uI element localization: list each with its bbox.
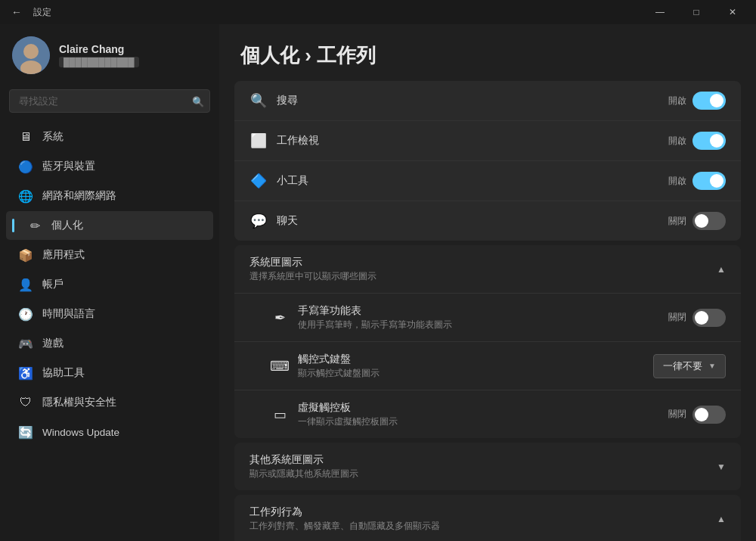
toggle-knob <box>695 311 708 325</box>
sidebar-item-personalization[interactable]: ✏個人化 <box>6 211 213 240</box>
taskbar-behavior-chevron: ▲ <box>717 514 726 524</box>
widgets-toggle[interactable] <box>692 172 726 190</box>
search-toggle[interactable] <box>692 92 726 110</box>
sidebar-item-windows-update[interactable]: 🔄Windows Update <box>6 418 213 446</box>
chat-toggle[interactable] <box>692 212 726 230</box>
taskview-icon: ⬜ <box>249 132 268 150</box>
content-area: 個人化 › 工作列 🔍搜尋開啟⬜工作檢視開啟🔷小工具開啟💬聊天關閉 系統匣圖示 … <box>219 24 756 541</box>
sidebar-item-accounts[interactable]: 👤帳戶 <box>6 270 213 299</box>
content-header: 個人化 › 工作列 <box>219 24 756 81</box>
toggle-knob <box>695 214 708 228</box>
search-input[interactable] <box>9 89 210 113</box>
search-label: 搜尋 <box>277 94 659 107</box>
system-tray-subtitle: 選擇系統匣中可以顯示哪些圖示 <box>249 271 376 282</box>
user-name: Claire Chang <box>59 43 139 55</box>
touch-keyboard-label: 觸控式鍵盤 <box>298 353 644 366</box>
search-status: 開啟 <box>668 95 686 107</box>
toggle-knob <box>710 174 723 188</box>
sidebar-item-label-bluetooth: 藍牙與裝置 <box>42 160 95 173</box>
system-icon: 🖥 <box>18 129 33 145</box>
apps-icon: 📦 <box>18 247 33 263</box>
taskview-label: 工作檢視 <box>277 134 659 148</box>
network-icon: 🌐 <box>18 188 33 204</box>
sidebar-item-label-privacy: 隱私權與安全性 <box>42 396 116 409</box>
svg-point-1 <box>23 44 39 59</box>
system-tray-item-touch-keyboard: ⌨觸控式鍵盤顯示觸控式鍵盤圖示一律不要▼ <box>234 342 741 390</box>
other-tray-chevron: ▼ <box>717 462 726 472</box>
nav-list: 🖥系統🔵藍牙與裝置🌐網路和網際網路✏個人化📦應用程式👤帳戶🕐時間與語言🎮遊戲♿協… <box>0 122 219 447</box>
sidebar-item-label-network: 網路和網際網路 <box>42 189 116 203</box>
widgets-status: 開啟 <box>668 175 686 188</box>
time-icon: 🕐 <box>18 306 33 322</box>
search-icon: 🔍 <box>249 92 268 110</box>
toggle-knob <box>710 134 723 148</box>
other-tray-subtitle: 顯示或隱藏其他系統匣圖示 <box>249 468 358 480</box>
sidebar-item-label-accounts: 帳戶 <box>42 278 64 291</box>
quick-toggle-row-chat: 💬聊天關閉 <box>234 201 741 241</box>
sidebar-item-system[interactable]: 🖥系統 <box>6 123 213 151</box>
sidebar-item-accessibility[interactable]: ♿協助工具 <box>6 359 213 387</box>
sidebar-item-label-gaming: 遊戲 <box>42 337 64 350</box>
taskbar-behavior-title: 工作列行為 <box>249 505 440 519</box>
sidebar-item-gaming[interactable]: 🎮遊戲 <box>6 329 213 358</box>
touch-keyboard-dropdown-chevron: ▼ <box>708 362 716 370</box>
pen-status: 關閉 <box>668 311 686 324</box>
title-bar-left: ← 設定 <box>6 2 51 23</box>
system-tray-section: 系統匣圖示 選擇系統匣中可以顯示哪些圖示 ▲ ✒手寫筆功能表使用手寫筆時，顯示手… <box>234 245 741 438</box>
privacy-icon: 🛡 <box>18 395 33 410</box>
pen-toggle[interactable] <box>692 309 726 327</box>
system-tray-chevron: ▲ <box>717 264 726 275</box>
chat-label: 聊天 <box>277 214 659 228</box>
sidebar-item-label-apps: 應用程式 <box>42 248 85 262</box>
taskbar-behavior-subtitle: 工作列對齊、觸發藏章、自動隱藏及多個顯示器 <box>249 521 440 532</box>
virtual-touchpad-status: 關閉 <box>668 408 686 421</box>
touch-keyboard-dropdown-value: 一律不要 <box>663 359 702 373</box>
taskview-toggle[interactable] <box>692 132 726 150</box>
quick-toggle-row-widgets: 🔷小工具開啟 <box>234 161 741 201</box>
avatar <box>12 36 50 74</box>
virtual-touchpad-sublabel: 一律顯示虛擬觸控板圖示 <box>298 416 659 428</box>
bluetooth-icon: 🔵 <box>18 159 33 174</box>
chat-status: 關閉 <box>668 215 686 228</box>
search-box: 🔍 <box>9 89 210 113</box>
pen-label: 手寫筆功能表 <box>298 304 659 318</box>
quick-toggles-section: 🔍搜尋開啟⬜工作檢視開啟🔷小工具開啟💬聊天關閉 <box>234 81 741 241</box>
sidebar-item-privacy[interactable]: 🛡隱私權與安全性 <box>6 388 213 417</box>
sidebar-item-apps[interactable]: 📦應用程式 <box>6 241 213 269</box>
minimize-button[interactable]: — <box>643 0 677 24</box>
page-title: 個人化 › 工作列 <box>240 42 735 69</box>
user-info: Claire Chang ████████████ <box>59 43 139 67</box>
sidebar-item-label-windows-update: Windows Update <box>42 427 119 438</box>
app-title: 設定 <box>33 6 51 19</box>
back-button[interactable]: ← <box>6 2 27 23</box>
search-icon: 🔍 <box>192 95 204 107</box>
virtual-touchpad-toggle[interactable] <box>692 406 726 424</box>
sidebar-item-time[interactable]: 🕐時間與語言 <box>6 300 213 328</box>
user-profile[interactable]: Claire Chang ████████████ <box>0 24 219 89</box>
gaming-icon: 🎮 <box>18 336 33 351</box>
accounts-icon: 👤 <box>18 277 33 292</box>
virtual-touchpad-icon: ▭ <box>271 406 289 424</box>
close-button[interactable]: ✕ <box>715 0 750 24</box>
widgets-label: 小工具 <box>277 174 659 188</box>
maximize-button[interactable]: □ <box>679 0 714 24</box>
taskbar-behavior-section: 工作列行為 工作列對齊、觸發藏章、自動隱藏及多個顯示器 ▲ 工作列對齊 置中 ▼ <box>234 495 741 541</box>
system-tray-header[interactable]: 系統匣圖示 選擇系統匣中可以顯示哪些圖示 ▲ <box>234 245 741 294</box>
sidebar-item-label-system: 系統 <box>42 130 64 144</box>
touch-keyboard-icon: ⌨ <box>271 357 289 375</box>
system-tray-items: ✒手寫筆功能表使用手寫筆時，顯示手寫筆功能表圖示關閉⌨觸控式鍵盤顯示觸控式鍵盤圖… <box>234 294 741 438</box>
sidebar: Claire Chang ████████████ 🔍 🖥系統🔵藍牙與裝置🌐網路… <box>0 24 219 541</box>
quick-toggle-row-taskview: ⬜工作檢視開啟 <box>234 121 741 161</box>
toggle-knob <box>695 408 708 421</box>
taskbar-behavior-header[interactable]: 工作列行為 工作列對齊、觸發藏章、自動隱藏及多個顯示器 ▲ <box>234 495 741 541</box>
touch-keyboard-sublabel: 顯示觸控式鍵盤圖示 <box>298 368 644 379</box>
sidebar-item-label-time: 時間與語言 <box>42 307 95 321</box>
sidebar-item-bluetooth[interactable]: 🔵藍牙與裝置 <box>6 152 213 181</box>
sidebar-item-network[interactable]: 🌐網路和網際網路 <box>6 182 213 210</box>
other-tray-section[interactable]: 其他系統匣圖示 顯示或隱藏其他系統匣圖示 ▼ <box>234 443 741 490</box>
back-icon: ← <box>11 6 22 18</box>
window-controls: — □ ✕ <box>643 0 750 24</box>
touch-keyboard-dropdown[interactable]: 一律不要▼ <box>653 354 726 378</box>
system-tray-item-pen: ✒手寫筆功能表使用手寫筆時，顯示手寫筆功能表圖示關閉 <box>234 294 741 342</box>
taskview-status: 開啟 <box>668 135 686 148</box>
